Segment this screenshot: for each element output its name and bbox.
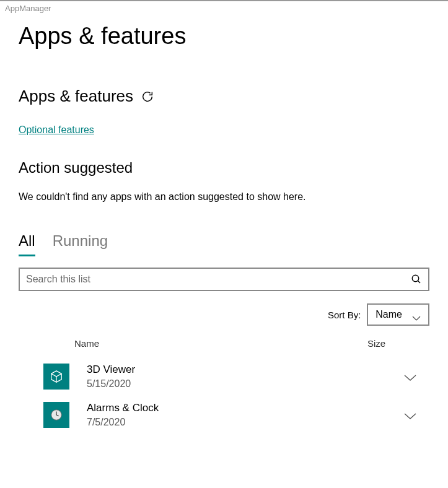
clock-icon bbox=[43, 402, 69, 428]
app-name: Alarms & Clock bbox=[87, 402, 403, 414]
sort-row: Sort By: Name bbox=[19, 303, 429, 326]
tab-running[interactable]: Running bbox=[53, 232, 108, 256]
search-icon[interactable] bbox=[411, 274, 422, 285]
optional-features-link[interactable]: Optional features bbox=[19, 124, 94, 136]
app-info: 3D Viewer 5/15/2020 bbox=[87, 364, 403, 390]
svg-point-0 bbox=[412, 275, 419, 282]
tab-all[interactable]: All bbox=[19, 232, 35, 256]
svg-line-1 bbox=[418, 281, 420, 283]
list-item[interactable]: 3D Viewer 5/15/2020 bbox=[31, 357, 429, 396]
chevron-down-icon bbox=[412, 312, 421, 317]
sort-select[interactable]: Name bbox=[367, 303, 429, 326]
app-date: 7/5/2020 bbox=[87, 417, 403, 428]
column-header-name: Name bbox=[74, 338, 367, 349]
action-suggested-heading: Action suggested bbox=[19, 159, 429, 176]
cube-icon bbox=[43, 364, 69, 390]
chevron-down-icon bbox=[403, 411, 417, 419]
section-heading-text: Apps & features bbox=[19, 87, 133, 106]
sort-by-label: Sort By: bbox=[328, 310, 361, 320]
search-box[interactable] bbox=[19, 268, 429, 291]
list-item[interactable]: Alarms & Clock 7/5/2020 bbox=[31, 396, 429, 434]
search-input[interactable] bbox=[26, 274, 411, 285]
window-title: AppManager bbox=[0, 1, 448, 15]
chevron-down-icon bbox=[403, 373, 417, 380]
column-header-size: Size bbox=[367, 338, 417, 349]
refresh-icon[interactable] bbox=[141, 90, 154, 103]
page-title: Apps & features bbox=[19, 23, 429, 50]
app-name: 3D Viewer bbox=[87, 364, 403, 376]
app-date: 5/15/2020 bbox=[87, 378, 403, 390]
action-suggested-message: We couldn't find any apps with an action… bbox=[19, 191, 429, 203]
sort-selected-value: Name bbox=[376, 309, 402, 320]
app-info: Alarms & Clock 7/5/2020 bbox=[87, 402, 403, 428]
section-heading: Apps & features bbox=[19, 87, 429, 106]
tabs: All Running bbox=[19, 232, 429, 256]
app-list: 3D Viewer 5/15/2020 Alarms & Clock bbox=[19, 357, 429, 434]
list-headers: Name Size bbox=[19, 338, 429, 357]
